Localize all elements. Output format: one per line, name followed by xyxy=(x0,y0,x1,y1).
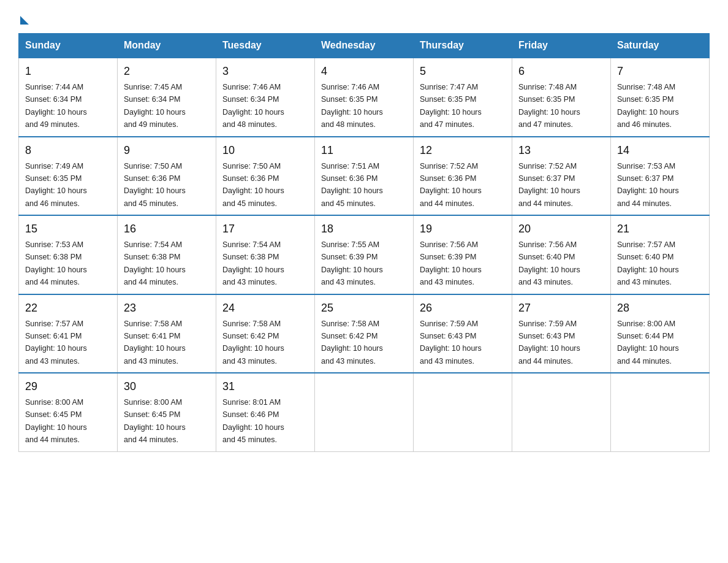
calendar-cell: 20 Sunrise: 7:56 AMSunset: 6:40 PMDaylig… xyxy=(512,215,611,294)
day-number: 7 xyxy=(617,63,703,80)
day-number: 6 xyxy=(518,63,604,80)
calendar-cell: 30 Sunrise: 8:00 AMSunset: 6:45 PMDaylig… xyxy=(118,373,216,451)
calendar-cell: 3 Sunrise: 7:46 AMSunset: 6:34 PMDayligh… xyxy=(216,58,315,137)
day-info: Sunrise: 7:46 AMSunset: 6:34 PMDaylight:… xyxy=(222,83,284,129)
day-info: Sunrise: 7:50 AMSunset: 6:36 PMDaylight:… xyxy=(222,162,284,208)
day-info: Sunrise: 7:46 AMSunset: 6:35 PMDaylight:… xyxy=(321,83,383,129)
day-info: Sunrise: 7:55 AMSunset: 6:39 PMDaylight:… xyxy=(321,240,383,286)
calendar-cell: 21 Sunrise: 7:57 AMSunset: 6:40 PMDaylig… xyxy=(611,215,710,294)
day-number: 8 xyxy=(25,142,111,159)
day-info: Sunrise: 7:49 AMSunset: 6:35 PMDaylight:… xyxy=(25,162,87,208)
day-info: Sunrise: 8:00 AMSunset: 6:45 PMDaylight:… xyxy=(25,398,87,444)
day-number: 28 xyxy=(617,300,703,316)
day-number: 23 xyxy=(124,300,210,316)
day-number: 4 xyxy=(321,63,407,80)
day-number: 11 xyxy=(321,142,407,159)
day-number: 26 xyxy=(420,300,506,316)
day-info: Sunrise: 7:48 AMSunset: 6:35 PMDaylight:… xyxy=(617,83,679,129)
day-number: 19 xyxy=(420,221,506,237)
day-info: Sunrise: 7:52 AMSunset: 6:36 PMDaylight:… xyxy=(420,162,482,208)
weekday-header-thursday: Thursday xyxy=(414,34,512,58)
calendar-cell: 4 Sunrise: 7:46 AMSunset: 6:35 PMDayligh… xyxy=(315,58,414,137)
day-number: 17 xyxy=(222,221,308,237)
calendar-cell: 9 Sunrise: 7:50 AMSunset: 6:36 PMDayligh… xyxy=(118,137,216,216)
calendar-cell: 10 Sunrise: 7:50 AMSunset: 6:36 PMDaylig… xyxy=(216,137,315,216)
day-info: Sunrise: 7:56 AMSunset: 6:39 PMDaylight:… xyxy=(420,240,482,286)
day-info: Sunrise: 7:58 AMSunset: 6:42 PMDaylight:… xyxy=(222,320,284,366)
day-number: 5 xyxy=(420,63,506,80)
calendar-cell: 13 Sunrise: 7:52 AMSunset: 6:37 PMDaylig… xyxy=(512,137,611,216)
calendar-cell: 18 Sunrise: 7:55 AMSunset: 6:39 PMDaylig… xyxy=(315,215,414,294)
day-info: Sunrise: 7:48 AMSunset: 6:35 PMDaylight:… xyxy=(518,83,580,129)
calendar-cell xyxy=(315,373,414,451)
day-info: Sunrise: 7:47 AMSunset: 6:35 PMDaylight:… xyxy=(420,83,482,129)
calendar-cell: 31 Sunrise: 8:01 AMSunset: 6:46 PMDaylig… xyxy=(216,373,315,451)
calendar-cell: 5 Sunrise: 7:47 AMSunset: 6:35 PMDayligh… xyxy=(414,58,512,137)
page-header xyxy=(18,12,710,22)
day-info: Sunrise: 7:52 AMSunset: 6:37 PMDaylight:… xyxy=(518,162,580,208)
calendar-cell: 17 Sunrise: 7:54 AMSunset: 6:38 PMDaylig… xyxy=(216,215,315,294)
day-number: 3 xyxy=(222,63,308,80)
day-number: 1 xyxy=(25,63,111,80)
day-number: 22 xyxy=(25,300,111,316)
calendar-cell xyxy=(611,373,710,451)
day-number: 13 xyxy=(518,142,604,159)
calendar-cell: 19 Sunrise: 7:56 AMSunset: 6:39 PMDaylig… xyxy=(414,215,512,294)
calendar-cell: 24 Sunrise: 7:58 AMSunset: 6:42 PMDaylig… xyxy=(216,294,315,373)
day-info: Sunrise: 8:00 AMSunset: 6:44 PMDaylight:… xyxy=(617,320,679,366)
day-info: Sunrise: 7:58 AMSunset: 6:41 PMDaylight:… xyxy=(124,320,186,366)
calendar-week-row: 29 Sunrise: 8:00 AMSunset: 6:45 PMDaylig… xyxy=(19,373,710,451)
weekday-header-saturday: Saturday xyxy=(611,34,710,58)
day-info: Sunrise: 7:59 AMSunset: 6:43 PMDaylight:… xyxy=(518,320,580,366)
calendar-week-row: 15 Sunrise: 7:53 AMSunset: 6:38 PMDaylig… xyxy=(19,215,710,294)
day-info: Sunrise: 7:53 AMSunset: 6:37 PMDaylight:… xyxy=(617,162,679,208)
day-number: 16 xyxy=(124,221,210,237)
day-info: Sunrise: 7:57 AMSunset: 6:40 PMDaylight:… xyxy=(617,240,679,286)
day-info: Sunrise: 7:57 AMSunset: 6:41 PMDaylight:… xyxy=(25,320,87,366)
calendar-cell: 27 Sunrise: 7:59 AMSunset: 6:43 PMDaylig… xyxy=(512,294,611,373)
day-number: 2 xyxy=(124,63,210,80)
logo xyxy=(18,12,29,22)
day-number: 12 xyxy=(420,142,506,159)
day-info: Sunrise: 7:53 AMSunset: 6:38 PMDaylight:… xyxy=(25,240,87,286)
weekday-header-friday: Friday xyxy=(512,34,611,58)
calendar-week-row: 8 Sunrise: 7:49 AMSunset: 6:35 PMDayligh… xyxy=(19,137,710,216)
calendar-cell: 1 Sunrise: 7:44 AMSunset: 6:34 PMDayligh… xyxy=(19,58,118,137)
day-info: Sunrise: 7:50 AMSunset: 6:36 PMDaylight:… xyxy=(124,162,186,208)
day-number: 25 xyxy=(321,300,407,316)
day-info: Sunrise: 7:54 AMSunset: 6:38 PMDaylight:… xyxy=(124,240,186,286)
day-number: 31 xyxy=(222,378,308,395)
day-number: 15 xyxy=(25,221,111,237)
calendar-cell: 2 Sunrise: 7:45 AMSunset: 6:34 PMDayligh… xyxy=(118,58,216,137)
calendar-cell xyxy=(512,373,611,451)
calendar-cell: 11 Sunrise: 7:51 AMSunset: 6:36 PMDaylig… xyxy=(315,137,414,216)
day-number: 20 xyxy=(518,221,604,237)
day-number: 30 xyxy=(124,378,210,395)
day-number: 24 xyxy=(222,300,308,316)
calendar-cell: 25 Sunrise: 7:58 AMSunset: 6:42 PMDaylig… xyxy=(315,294,414,373)
calendar-cell: 7 Sunrise: 7:48 AMSunset: 6:35 PMDayligh… xyxy=(611,58,710,137)
calendar-cell xyxy=(414,373,512,451)
day-number: 21 xyxy=(617,221,703,237)
calendar-cell: 22 Sunrise: 7:57 AMSunset: 6:41 PMDaylig… xyxy=(19,294,118,373)
day-info: Sunrise: 7:44 AMSunset: 6:34 PMDaylight:… xyxy=(25,83,87,129)
day-info: Sunrise: 7:45 AMSunset: 6:34 PMDaylight:… xyxy=(124,83,186,129)
calendar-week-row: 1 Sunrise: 7:44 AMSunset: 6:34 PMDayligh… xyxy=(19,58,710,137)
calendar-body: 1 Sunrise: 7:44 AMSunset: 6:34 PMDayligh… xyxy=(19,58,710,451)
calendar-cell: 12 Sunrise: 7:52 AMSunset: 6:36 PMDaylig… xyxy=(414,137,512,216)
day-number: 9 xyxy=(124,142,210,159)
calendar-cell: 6 Sunrise: 7:48 AMSunset: 6:35 PMDayligh… xyxy=(512,58,611,137)
day-info: Sunrise: 7:56 AMSunset: 6:40 PMDaylight:… xyxy=(518,240,580,286)
logo-arrow-icon xyxy=(20,16,29,25)
weekday-header-wednesday: Wednesday xyxy=(315,34,414,58)
weekday-header-monday: Monday xyxy=(118,34,216,58)
calendar-cell: 14 Sunrise: 7:53 AMSunset: 6:37 PMDaylig… xyxy=(611,137,710,216)
calendar-table: SundayMondayTuesdayWednesdayThursdayFrid… xyxy=(18,33,710,452)
calendar-cell: 15 Sunrise: 7:53 AMSunset: 6:38 PMDaylig… xyxy=(19,215,118,294)
day-info: Sunrise: 7:59 AMSunset: 6:43 PMDaylight:… xyxy=(420,320,482,366)
day-info: Sunrise: 7:58 AMSunset: 6:42 PMDaylight:… xyxy=(321,320,383,366)
weekday-header-row: SundayMondayTuesdayWednesdayThursdayFrid… xyxy=(19,34,710,58)
day-info: Sunrise: 8:01 AMSunset: 6:46 PMDaylight:… xyxy=(222,398,284,444)
calendar-cell: 23 Sunrise: 7:58 AMSunset: 6:41 PMDaylig… xyxy=(118,294,216,373)
calendar-cell: 29 Sunrise: 8:00 AMSunset: 6:45 PMDaylig… xyxy=(19,373,118,451)
